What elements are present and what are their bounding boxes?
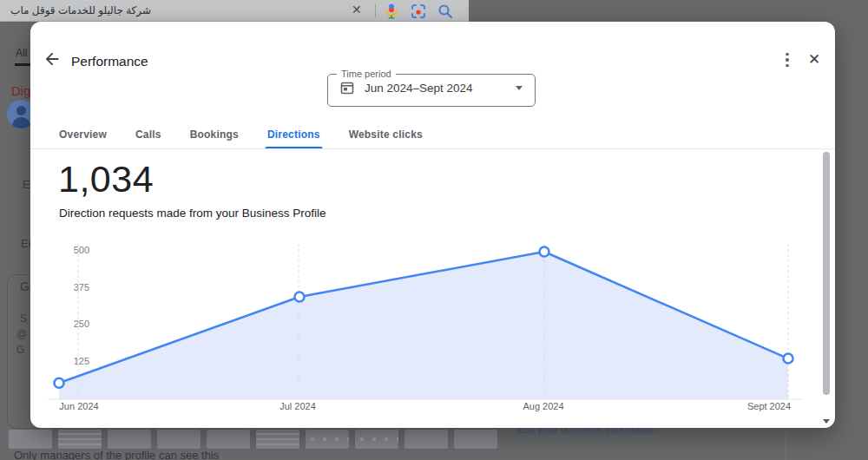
thumbnail	[454, 430, 497, 449]
thumbnail	[58, 430, 102, 449]
search-bar-divider	[375, 4, 376, 17]
time-period-select[interactable]: Time period Jun 2024–Sept 2024	[327, 69, 536, 107]
managers-note: Only managers of the profile can see thi…	[14, 449, 219, 460]
background-tab-all-underline	[15, 63, 32, 66]
back-arrow-icon[interactable]	[43, 49, 62, 69]
close-icon[interactable]: ✕	[808, 50, 820, 69]
x-axis-tick: Jul 2024	[263, 401, 332, 411]
mic-icon[interactable]	[385, 3, 398, 19]
search-query-text[interactable]: شركة جاليلو للخدمات قوقل ماب	[21, 4, 151, 16]
x-axis-tick: Aug 2024	[509, 401, 578, 411]
thumbnail	[108, 430, 151, 449]
avatar-person-icon	[16, 106, 26, 115]
more-options-icon[interactable]	[780, 51, 794, 69]
thumbnail	[404, 430, 448, 449]
metric-description: Direction requests made from your Busine…	[59, 207, 326, 220]
dialog-title: Performance	[71, 54, 148, 69]
chevron-down-icon	[516, 86, 523, 90]
thumbnail	[306, 430, 349, 449]
tab-directions[interactable]: Directions	[265, 120, 323, 149]
calendar-icon	[340, 81, 354, 95]
background-card-fragment: G	[20, 279, 30, 293]
background-vertical-divider	[786, 429, 786, 460]
thumbnail	[9, 430, 52, 449]
directions-chart	[30, 239, 835, 408]
scrollbar-thumb[interactable]	[823, 152, 830, 395]
tab-bookings[interactable]: Bookings	[187, 120, 241, 149]
performance-dialog: Performance ✕ Time period Jun 2024–Sept …	[30, 22, 835, 428]
background-tab-all: All	[16, 47, 27, 59]
metric-total: 1,034	[58, 159, 154, 200]
performance-tabs: Overview Calls Bookings Directions Websi…	[56, 120, 425, 149]
thumbnail	[157, 430, 201, 449]
clear-search-icon[interactable]: ✕	[352, 3, 362, 16]
tabs-divider	[30, 148, 835, 149]
lens-icon[interactable]	[411, 3, 426, 19]
x-axis-tick: Sept 2024	[734, 401, 804, 411]
background-card-fragment: S	[20, 312, 27, 325]
background-card-fragment: @	[16, 328, 27, 340]
scrollbar-down-arrow[interactable]	[819, 415, 833, 427]
time-period-label: Time period	[337, 69, 396, 79]
thumbnail	[256, 430, 299, 449]
tab-calls[interactable]: Calls	[133, 120, 164, 149]
search-bar[interactable]: شركة جاليلو للخدمات قوقل ماب ✕	[0, 0, 469, 22]
background-card-fragment: G	[16, 344, 24, 356]
thumbnail	[355, 430, 398, 449]
tab-website-clicks[interactable]: Website clicks	[346, 120, 425, 149]
photo-thumbnail-row	[9, 430, 497, 449]
time-period-value: Jun 2024–Sept 2024	[365, 82, 505, 95]
thumbnail	[207, 430, 250, 449]
search-icon[interactable]	[437, 3, 453, 19]
x-axis-tick: Jun 2024	[44, 401, 114, 411]
background-red-text-fragment: Dig	[11, 83, 31, 98]
tab-overview[interactable]: Overview	[56, 120, 109, 149]
